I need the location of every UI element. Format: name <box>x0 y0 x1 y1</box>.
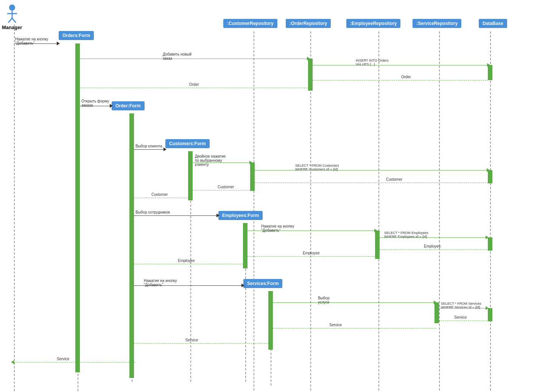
lifeline-box-customers-form: Customers:Form <box>165 139 210 148</box>
label-employee-return3: Employee <box>178 259 195 263</box>
actor-manager: Manager <box>2 4 22 30</box>
label-service-return3: Service <box>185 338 198 342</box>
label-service-return1: Service <box>454 315 467 319</box>
activation-employees-form <box>243 223 248 268</box>
label-employee-return2: Employee <box>303 251 319 255</box>
activation-db-services <box>488 308 492 321</box>
label-double-click: Двойное нажатиепо выбранномуклиенту <box>195 154 226 167</box>
activation-order-form <box>129 113 134 378</box>
lifeline-employee-repo <box>378 31 379 390</box>
arrow-select-customer <box>134 149 165 150</box>
svg-line-3 <box>8 18 12 23</box>
lifeline-database <box>490 31 491 390</box>
label-select-services-db: SELECT * FROM ServicesWHERE Services.Id … <box>441 302 481 309</box>
activation-order-repo-1 <box>308 59 313 91</box>
activation-db-customers <box>488 170 492 183</box>
lifeline-box-order-form: Order:Form <box>112 101 145 110</box>
arrow-select-service <box>273 302 436 303</box>
lifeline-service-repo <box>439 31 440 390</box>
arrow-insert-orders <box>313 65 489 65</box>
arrowhead-select-employees <box>216 214 220 217</box>
arrowhead-employee-return3 <box>131 262 134 266</box>
label-manager-to-orders: Нажатие на кнопку"Добавить" <box>15 37 48 45</box>
arrowhead-db-to-repo <box>310 78 313 82</box>
label-select-customers: SELECT * FROM CustomersWHERE Customers.I… <box>295 164 339 171</box>
arrowhead-customer-return2 <box>190 188 193 192</box>
label-insert-orders: INSERT INTO OrdersVALUES (...) <box>356 59 389 66</box>
svg-line-4 <box>12 18 16 23</box>
lifeline-box-services-form: Services:Form <box>243 279 282 288</box>
lifeline-box-customer-repo: :CustomerRepository <box>223 19 277 28</box>
arrow-employee-return3 <box>134 264 245 264</box>
arrow-service-return1 <box>439 321 488 321</box>
arrow-employee-return1 <box>380 249 489 250</box>
arrow-customer-return1 <box>255 183 488 183</box>
label-employee-return1: Employee <box>424 244 441 248</box>
arrowhead-repo-to-form <box>77 86 80 90</box>
lifeline-box-employee-repo: :EmployeeRepository <box>346 19 400 28</box>
arrow-select-customers <box>255 170 489 170</box>
label-select-employees: Выбор сотрудников <box>135 210 170 214</box>
label-select-customer: Выбор клиента <box>135 144 162 148</box>
arrowhead-customer-return1 <box>252 181 255 184</box>
arrowhead-service-return1 <box>436 319 439 322</box>
arrow-select-employees <box>134 215 218 216</box>
actor-icon <box>6 4 18 24</box>
activation-db-1 <box>488 65 492 80</box>
lifeline-box-orders-form: Orders:Form <box>59 31 94 40</box>
label-open-order: Открыть формузаказа <box>81 99 109 107</box>
label-customer-return3: Customer <box>151 192 168 197</box>
arrowhead-select-customer <box>163 147 167 151</box>
lifeline-box-service-repo: :ServiceRepository <box>413 19 461 28</box>
label-select-employees-db: SELECT * FROM EmployeesWHERE Employees.I… <box>384 231 428 239</box>
label-repo-to-form: Order <box>189 82 199 87</box>
arrow-customer-return3 <box>134 198 191 198</box>
label-db-to-repo: Order <box>401 75 411 79</box>
arrow-final-return <box>14 362 135 363</box>
arrowhead-manager-to-orders <box>57 42 60 45</box>
arrow-service-return2 <box>273 328 436 328</box>
arrowhead-service-return2 <box>270 326 273 330</box>
lifeline-box-employees-form: Employees:Form <box>218 211 263 220</box>
label-select-service: Выборуслуги <box>318 296 330 304</box>
label-customer-return2: Customer <box>218 185 234 189</box>
lifeline-box-database: DataBase <box>479 19 507 28</box>
activation-customer-repo <box>250 163 255 191</box>
activation-customers-form <box>188 151 193 200</box>
svg-point-0 <box>9 5 15 11</box>
activation-services-form <box>268 291 273 350</box>
lifeline-box-order-repo: :OrderRepository <box>286 19 331 28</box>
actor-label: Manager <box>2 25 22 30</box>
sequence-diagram: Manager Orders:Form :CustomerRepository … <box>0 0 534 392</box>
arrowhead-add-service <box>241 284 244 287</box>
label-customer-return1: Customer <box>386 177 402 181</box>
arrow-employee-return2 <box>248 256 377 257</box>
arrow-db-to-repo <box>313 80 488 81</box>
arrow-add-order <box>80 59 309 59</box>
activation-db-employees <box>488 237 492 251</box>
arrowhead-customer-return3 <box>131 196 134 200</box>
label-final-return: Service <box>57 357 69 361</box>
arrow-repo-to-form <box>80 88 311 88</box>
arrow-service-return3 <box>134 343 271 344</box>
arrowhead-employee-return1 <box>377 248 380 251</box>
activation-orders-form <box>75 43 80 372</box>
lifeline-manager <box>14 25 15 391</box>
label-service-return2: Service <box>329 323 342 327</box>
activation-employee-repo <box>375 231 380 259</box>
arrowhead-open-order <box>110 104 113 108</box>
arrowhead-employee-return2 <box>244 254 248 258</box>
arrowhead-service-return3 <box>131 341 134 345</box>
arrow-customer-return2 <box>193 190 252 191</box>
arrowhead-final-return <box>11 360 14 364</box>
label-add-order: Добавить новыйзаказ <box>163 52 191 60</box>
label-add-service: Нажатие на кнопку"Добавить" <box>144 279 177 287</box>
label-add-employee: Нажатие на кнопку"Добавить" <box>261 224 294 232</box>
